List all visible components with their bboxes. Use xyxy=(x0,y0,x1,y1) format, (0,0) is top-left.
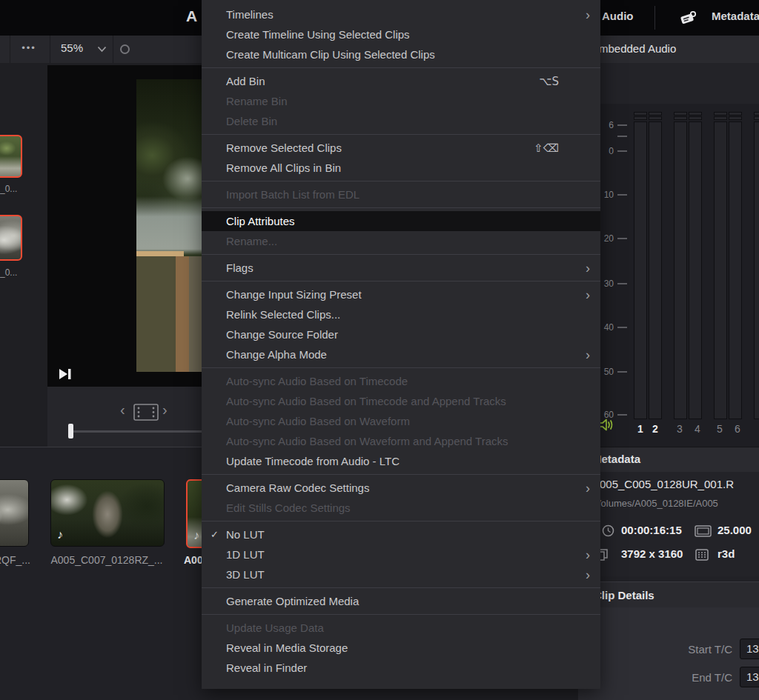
audio-panel-button[interactable]: Audio xyxy=(602,10,634,22)
menu-item-change-source-folder[interactable]: Change Source Folder xyxy=(202,324,600,344)
menu-item-auto-sync-audio-based-on-timecode-and-append-tracks: Auto-sync Audio Based on Timecode and Ap… xyxy=(202,391,600,411)
menu-item-add-bin[interactable]: Add Bin⌥S xyxy=(202,71,600,91)
menu-item-create-timeline-using-selected-clips[interactable]: Create Timeline Using Selected Clips xyxy=(202,24,600,44)
menu-item-change-input-sizing-preset[interactable]: Change Input Sizing Preset› xyxy=(202,284,600,304)
submenu-arrow-icon: › xyxy=(586,481,590,495)
metadata-tag-icon[interactable] xyxy=(678,8,698,28)
menu-item-no-lut[interactable]: ✓No LUT xyxy=(202,524,600,544)
db-scale-tick xyxy=(617,327,627,328)
end-tc-label: End T/C xyxy=(652,671,732,684)
menu-item-label: Auto-sync Audio Based on Timecode xyxy=(226,375,590,387)
menu-item-reveal-in-finder[interactable]: Reveal in Finder xyxy=(202,658,600,678)
prev-frame-icon[interactable]: ‹ xyxy=(120,401,125,419)
codec-grid-icon xyxy=(695,549,709,561)
next-frame-icon[interactable]: › xyxy=(162,401,168,419)
menu-divider xyxy=(202,521,600,521)
check-icon: ✓ xyxy=(211,529,226,540)
meter-channel-number: 3 xyxy=(672,423,687,435)
menu-item-remove-all-clips-in-bin[interactable]: Remove All Clips in Bin xyxy=(202,158,600,178)
menu-divider xyxy=(202,134,600,135)
shortcut-label: ⌥S xyxy=(539,75,559,88)
menu-item-label: 3D LUT xyxy=(226,568,586,581)
db-scale-tick xyxy=(617,136,627,137)
meter-bar xyxy=(729,121,742,419)
rail-clip-thumbnail[interactable] xyxy=(0,215,22,261)
shortcut-label: ⇧⌫ xyxy=(534,141,559,155)
media-clip-thumbnail[interactable] xyxy=(0,479,29,547)
menu-divider xyxy=(202,367,600,368)
menu-item-relink-selected-clips[interactable]: Relink Selected Clips... xyxy=(202,304,600,324)
filmstrip-icon[interactable] xyxy=(133,404,159,421)
toolbar-divider xyxy=(113,36,113,63)
zoom-level-select[interactable]: 55% xyxy=(61,41,83,54)
menu-item-rename-bin: Rename Bin xyxy=(202,91,600,111)
end-tc-input[interactable]: 13 xyxy=(740,667,759,687)
menu-item-label: Change Source Folder xyxy=(226,328,590,341)
menu-divider xyxy=(202,254,600,255)
menu-item-auto-sync-audio-based-on-waveform: Auto-sync Audio Based on Waveform xyxy=(202,411,600,431)
clip-fps: 25.000 xyxy=(717,524,752,536)
chevron-down-icon[interactable] xyxy=(97,46,107,53)
meter-bar xyxy=(689,121,702,419)
meter-bar xyxy=(754,121,759,419)
meter-peak-cap xyxy=(634,116,647,120)
toolbar-divider xyxy=(50,36,50,63)
rail-clip-thumbnail[interactable] xyxy=(0,135,22,178)
meter-bar xyxy=(649,121,662,419)
menu-item-3d-lut[interactable]: 3D LUT› xyxy=(202,564,600,584)
submenu-arrow-icon: › xyxy=(586,548,590,561)
menu-item-import-batch-list-from-edl: Import Batch List from EDL xyxy=(202,184,600,204)
clip-name: A005_C005_0128UR_001.R xyxy=(592,478,734,490)
menu-divider xyxy=(202,474,600,475)
video-frame-image xyxy=(136,79,202,372)
meter-peak-cap xyxy=(674,112,687,116)
menu-item-label: Rename Bin xyxy=(226,95,590,107)
clip-details-header: Clip Details xyxy=(578,581,759,608)
metadata-header: Metadata xyxy=(578,447,759,473)
menu-item-label: Camera Raw Codec Settings xyxy=(226,481,586,494)
menu-item-label: Edit Stills Codec Settings xyxy=(226,501,590,514)
db-scale-tick xyxy=(617,150,627,152)
menu-item-change-alpha-mode[interactable]: Change Alpha Mode› xyxy=(202,344,600,364)
metadata-panel-button[interactable]: Metadata xyxy=(712,10,759,22)
menu-item-1d-lut[interactable]: 1D LUT› xyxy=(202,544,600,564)
media-clip-label: A00 xyxy=(184,554,203,566)
menu-item-remove-selected-clips[interactable]: Remove Selected Clips⇧⌫ xyxy=(202,138,600,158)
skip-next-icon[interactable] xyxy=(59,368,73,380)
db-scale-tick xyxy=(617,124,627,126)
menu-item-label: Update Usage Data xyxy=(226,621,590,634)
menu-item-label: Auto-sync Audio Based on Waveform and Ap… xyxy=(226,435,590,447)
menu-item-label: Remove Selected Clips xyxy=(226,141,534,154)
media-clip-label: A005_C007_0128RZ_... xyxy=(50,554,163,566)
meter-bar xyxy=(714,121,727,419)
menu-item-clip-attributes[interactable]: Clip Attributes xyxy=(202,211,600,231)
menu-item-auto-sync-audio-based-on-timecode: Auto-sync Audio Based on Timecode xyxy=(202,371,600,391)
meter-bar xyxy=(634,121,647,419)
start-tc-label: Start T/C xyxy=(652,643,732,656)
menu-item-timelines[interactable]: Timelines› xyxy=(202,4,600,24)
menu-item-update-timecode-from-audio-ltc[interactable]: Update Timecode from Audio - LTC xyxy=(202,451,600,471)
menu-item-label: Update Timecode from Audio - LTC xyxy=(226,455,590,467)
menu-item-label: Generate Optimized Media xyxy=(226,595,590,607)
menu-item-label: Delete Bin xyxy=(226,115,590,127)
menu-item-flags[interactable]: Flags› xyxy=(202,258,600,278)
menu-item-label: Change Alpha Mode xyxy=(226,348,586,361)
embedded-audio-header: Embedded Audio xyxy=(578,36,759,64)
menu-item-delete-bin: Delete Bin xyxy=(202,111,600,131)
menu-item-generate-optimized-media[interactable]: Generate Optimized Media xyxy=(202,591,600,611)
audio-note-icon: ♪ xyxy=(57,528,63,541)
meter-channel-number: 2 xyxy=(648,423,663,435)
menu-item-camera-raw-codec-settings[interactable]: Camera Raw Codec Settings› xyxy=(202,478,600,498)
menu-item-reveal-in-media-storage[interactable]: Reveal in Media Storage xyxy=(202,638,600,658)
menu-item-label: Rename... xyxy=(226,235,590,247)
meter-peak-cap xyxy=(649,112,662,116)
menu-item-create-multicam-clip-using-selected-clips[interactable]: Create Multicam Clip Using Selected Clip… xyxy=(202,44,600,64)
menu-item-update-usage-data: Update Usage Data xyxy=(202,618,600,638)
menu-item-label: Timelines xyxy=(226,8,586,21)
media-clip-thumbnail[interactable]: ♪ xyxy=(50,479,165,547)
menu-item-label: Add Bin xyxy=(226,75,539,87)
menu-item-label: Remove All Clips in Bin xyxy=(226,161,590,174)
more-options-button[interactable]: ••• xyxy=(13,42,44,53)
start-tc-input[interactable]: 13 xyxy=(740,639,759,659)
scrubber-handle[interactable] xyxy=(68,424,73,439)
